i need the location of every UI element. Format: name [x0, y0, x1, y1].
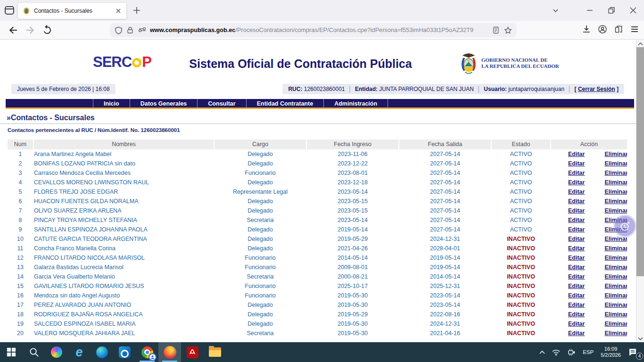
editar-link[interactable]: Editar	[568, 291, 585, 300]
cell-fecha-ingreso: 2023-12-18	[307, 178, 398, 187]
cell-nombres: OLIVO SUAREZ ERIKA ARLENA	[34, 206, 214, 215]
cell-num: 2	[8, 159, 33, 168]
editar-link[interactable]: Editar	[568, 310, 585, 319]
eliminar-link[interactable]: Eliminar	[604, 291, 627, 300]
browser-tab[interactable]: Contactos - Sucursales	[18, 3, 126, 19]
nav-item[interactable]: Entidad Contratante	[247, 99, 324, 107]
eliminar-link[interactable]: Eliminar	[604, 300, 627, 310]
editar-link[interactable]: Editar	[568, 206, 585, 215]
eliminar-link[interactable]: Eliminar	[604, 253, 627, 263]
language-indicator[interactable]: ESP	[579, 342, 597, 362]
editar-link[interactable]: Editar	[568, 197, 585, 206]
reader-mode-icon[interactable]	[492, 26, 500, 34]
file-explorer-icon[interactable]	[204, 342, 226, 362]
list-tabs-chevron-icon[interactable]	[546, 0, 565, 21]
table-row: 10 CATUTE GARCIA TEODORA ARGENTINA Deleg…	[8, 234, 627, 244]
tab-close-icon[interactable]	[115, 8, 122, 14]
shield-icon[interactable]	[115, 26, 123, 34]
chrome-icon[interactable]	[136, 342, 158, 362]
table-row: 16 Mendoza sin dato Angel Augusto Funcio…	[8, 291, 627, 300]
wifi-icon[interactable]	[548, 342, 564, 362]
eliminar-link[interactable]: Eliminar	[604, 272, 627, 281]
eliminar-link[interactable]: Eliminar	[604, 329, 627, 338]
notifications-icon[interactable]: 4	[625, 342, 644, 362]
panel-toggle-icon[interactable]	[614, 25, 623, 34]
editar-link[interactable]: Editar	[568, 319, 585, 329]
cell-num: 1	[8, 149, 33, 159]
floating-clock-widget[interactable]	[615, 216, 635, 236]
restore-button[interactable]	[601, 0, 622, 21]
acrobat-icon[interactable]	[181, 342, 204, 362]
editar-link[interactable]: Editar	[568, 234, 585, 244]
editar-link[interactable]: Editar	[568, 225, 585, 234]
eliminar-link[interactable]: Eliminar	[604, 197, 627, 206]
editar-link[interactable]: Editar	[568, 329, 585, 338]
cell-cargo: Delegado	[215, 234, 306, 244]
tray-clock[interactable]: 16:095/2/2026	[597, 342, 625, 362]
scroll-up-icon[interactable]	[636, 40, 644, 47]
editar-link[interactable]: Editar	[568, 215, 585, 225]
downloads-icon[interactable]	[582, 25, 591, 34]
url-bar[interactable]: www.compraspublicas.gob.ec/ProcesoContra…	[110, 23, 517, 37]
editar-link[interactable]: Editar	[568, 149, 585, 159]
eliminar-link[interactable]: Eliminar	[604, 281, 627, 291]
menu-hamburger-icon[interactable]	[630, 25, 639, 34]
meet-now-icon[interactable]	[564, 342, 579, 362]
url-text[interactable]: www.compraspublicas.gob.ec/ProcesoContra…	[150, 27, 488, 33]
cell-fecha-ingreso: 2019-05-29	[307, 234, 398, 244]
scroll-down-icon[interactable]	[636, 335, 644, 342]
eliminar-link[interactable]: Eliminar	[604, 178, 627, 187]
bookmark-star-icon[interactable]	[504, 26, 512, 34]
reload-icon[interactable]	[41, 25, 53, 36]
internet-explorer-icon[interactable]: e	[68, 342, 91, 362]
cell-cargo: Funcionario	[215, 168, 306, 178]
nav-item[interactable]: Datos Generales	[130, 99, 198, 107]
editar-link[interactable]: Editar	[568, 187, 585, 197]
search-icon[interactable]	[23, 342, 45, 362]
scrollbar-thumb[interactable]	[636, 47, 644, 276]
eliminar-link[interactable]: Eliminar	[604, 168, 627, 178]
editar-link[interactable]: Editar	[568, 168, 585, 178]
cell-accion: Editar Eliminar	[551, 197, 627, 206]
outlook-icon[interactable]	[113, 342, 136, 362]
eliminar-link[interactable]: Eliminar	[604, 149, 627, 159]
editar-link[interactable]: Editar	[568, 159, 585, 168]
firefox-view-icon[interactable]	[4, 5, 15, 16]
cell-estado: ACTIVO	[492, 206, 550, 215]
eliminar-link[interactable]: Eliminar	[604, 206, 627, 215]
editar-link[interactable]: Editar	[568, 281, 585, 291]
eliminar-link[interactable]: Eliminar	[604, 310, 627, 319]
cell-num: 9	[8, 225, 33, 234]
editar-link[interactable]: Editar	[568, 244, 585, 253]
page-scrollbar	[636, 40, 644, 342]
nav-item[interactable]: Consultar	[198, 99, 246, 107]
cell-estado: INACTIVO	[492, 272, 550, 281]
close-button[interactable]	[622, 0, 644, 21]
minimize-button[interactable]	[579, 0, 601, 21]
forward-icon[interactable]	[25, 25, 36, 36]
editar-link[interactable]: Editar	[568, 300, 585, 310]
edge-icon[interactable]	[91, 342, 113, 362]
lock-icon[interactable]	[126, 26, 134, 34]
new-tab-button[interactable]	[132, 6, 141, 15]
cell-nombres: PEREZ ALVARADO JUAN ANTONIO	[34, 300, 214, 310]
account-icon[interactable]	[598, 25, 607, 34]
nav-item[interactable]: Inicio	[93, 99, 130, 107]
firefox-icon[interactable]	[158, 342, 181, 362]
editar-link[interactable]: Editar	[568, 253, 585, 263]
eliminar-link[interactable]: Eliminar	[604, 159, 627, 168]
editar-link[interactable]: Editar	[568, 263, 585, 272]
tray-expand-icon[interactable]	[536, 342, 548, 362]
start-button-icon[interactable]	[0, 342, 23, 362]
eliminar-link[interactable]: Eliminar	[604, 244, 627, 253]
copilot-icon[interactable]	[45, 342, 68, 362]
nav-item[interactable]: Administración	[324, 99, 388, 107]
back-icon[interactable]	[8, 25, 19, 36]
editar-link[interactable]: Editar	[568, 272, 585, 281]
editar-link[interactable]: Editar	[568, 178, 585, 187]
permissions-icon[interactable]	[138, 26, 146, 34]
eliminar-link[interactable]: Eliminar	[604, 263, 627, 272]
eliminar-link[interactable]: Eliminar	[604, 319, 627, 329]
eliminar-link[interactable]: Eliminar	[604, 187, 627, 197]
logout-link[interactable]: Cerrar Sesión	[578, 86, 615, 92]
